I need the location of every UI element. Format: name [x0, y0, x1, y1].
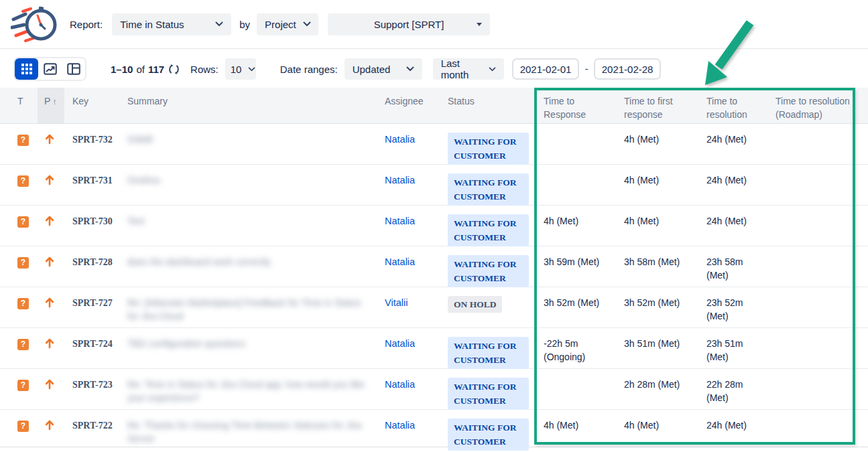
- board-view-button[interactable]: [62, 58, 85, 80]
- priority-up-icon: [44, 215, 59, 226]
- column-header-time-to-response[interactable]: Time to Response: [534, 88, 615, 123]
- time-to-resolution-cell: 24h (Met): [697, 124, 766, 164]
- issue-summary-blurred[interactable]: Re: [Atlassian Marketplace] Feedback for…: [127, 296, 371, 323]
- issue-type-question-icon[interactable]: ?: [17, 216, 29, 228]
- table-row: ? SPRT-728 does the dashboard work corre…: [0, 246, 868, 287]
- column-header-type[interactable]: T: [0, 88, 38, 123]
- time-to-first-response-cell: 4h (Met): [615, 124, 697, 164]
- date-field-select[interactable]: Updated: [345, 58, 422, 80]
- issue-type-question-icon[interactable]: ?: [17, 175, 29, 187]
- issue-summary-blurred[interactable]: Re: Time in Status for Jira Cloud app: h…: [127, 378, 371, 404]
- issue-key-link[interactable]: SPRT-727: [72, 298, 113, 308]
- assignee-link[interactable]: Natalia: [385, 216, 415, 226]
- column-header-time-to-resolution-roadmap[interactable]: Time to resolution (Roadmap): [766, 88, 855, 123]
- column-header-assignee[interactable]: Assignee: [377, 88, 440, 123]
- time-to-resolution-cell: 23h 51m (Met): [697, 328, 766, 368]
- issue-key-link[interactable]: SPRT-728: [72, 257, 113, 267]
- period-select[interactable]: Last month: [433, 58, 504, 80]
- time-to-resolution-cell: 23h 58m (Met): [697, 246, 766, 287]
- status-badge: WAITING FOR CUSTOMER: [448, 214, 529, 246]
- time-to-first-response-cell: 3h 52m (Met): [615, 287, 697, 327]
- time-to-response-cell: [534, 369, 615, 409]
- time-to-resolution-roadmap-cell: [766, 369, 855, 409]
- table-row: ? SPRT-722 Re: Thanks for choosing Time …: [0, 410, 868, 447]
- project-select[interactable]: Support [SPRT]: [328, 13, 490, 35]
- time-to-resolution-cell: 24h (Met): [697, 165, 766, 205]
- time-to-response-cell: [534, 165, 615, 205]
- assignee-link[interactable]: Vitalii: [385, 297, 408, 308]
- time-to-response-cell: [534, 124, 615, 164]
- chart-view-button[interactable]: [38, 58, 62, 80]
- chevron-down-icon: [303, 21, 311, 27]
- issue-key-link[interactable]: SPRT-731: [72, 175, 113, 185]
- issue-key-link[interactable]: SPRT-732: [72, 135, 113, 145]
- column-header-time-to-first-response[interactable]: Time to first response: [615, 88, 697, 123]
- issue-type-question-icon[interactable]: ?: [17, 380, 29, 391]
- column-header-status[interactable]: Status: [440, 88, 534, 123]
- app-logo-stopwatch-icon: [11, 5, 59, 44]
- issue-type-question-icon[interactable]: ?: [17, 257, 29, 269]
- caret-down-icon: [477, 23, 482, 26]
- board-layout-icon: [67, 63, 80, 75]
- pagination-total: 117: [148, 64, 164, 75]
- issue-summary-blurred[interactable]: TBD configuration questions: [127, 337, 245, 350]
- column-header-summary[interactable]: Summary: [119, 88, 377, 123]
- priority-up-icon: [44, 133, 59, 145]
- issue-summary-blurred[interactable]: Test: [127, 214, 145, 228]
- time-to-resolution-cell: 23h 52m (Met): [697, 287, 766, 327]
- issue-summary-blurred[interactable]: Onelina: [127, 173, 160, 187]
- chevron-down-icon: [406, 66, 414, 72]
- table-row: ? SPRT-723 Re: Time in Status for Jira C…: [0, 369, 868, 410]
- priority-up-icon: [44, 378, 59, 390]
- pagination: 1–10 of 117: [111, 64, 164, 75]
- date-to-input[interactable]: 2021-02-28: [594, 58, 662, 80]
- issue-key-link[interactable]: SPRT-722: [72, 421, 113, 431]
- report-type-select[interactable]: Time in Status: [112, 13, 231, 35]
- time-to-resolution-roadmap-cell: [766, 410, 855, 447]
- date-field-value: Updated: [353, 64, 391, 75]
- time-to-resolution-cell: 22h 28m (Met): [697, 369, 766, 409]
- table-header-row: T P↑ Key Summary Assignee Status Time to…: [0, 88, 868, 124]
- project-value: Support [SPRT]: [374, 19, 444, 30]
- assignee-link[interactable]: Natalia: [385, 338, 415, 349]
- assignee-link[interactable]: Natalia: [385, 420, 415, 431]
- rows-per-page-value: 10: [231, 64, 242, 75]
- refresh-icon: [168, 64, 180, 75]
- issue-type-question-icon[interactable]: ?: [17, 135, 29, 146]
- issue-summary-blurred[interactable]: Re: Thanks for choosing Time Between Sta…: [127, 419, 371, 445]
- table-row: ? SPRT-731 Onelina Natalia WAITING FOR C…: [0, 165, 868, 206]
- scope-select[interactable]: Project: [257, 13, 318, 35]
- rows-per-page-select[interactable]: 10: [225, 58, 256, 80]
- assignee-link[interactable]: Natalia: [385, 256, 415, 267]
- issue-type-question-icon[interactable]: ?: [17, 298, 29, 309]
- assignee-link[interactable]: Natalia: [385, 134, 415, 145]
- priority-up-icon: [44, 419, 59, 431]
- status-badge: WAITING FOR CUSTOMER: [448, 378, 529, 410]
- grid-view-button[interactable]: [15, 58, 38, 80]
- date-from-input[interactable]: 2021-02-01: [512, 58, 580, 80]
- time-to-first-response-cell: 4h (Met): [615, 410, 697, 447]
- time-to-resolution-cell: 24h (Met): [697, 410, 766, 447]
- column-header-key[interactable]: Key: [64, 88, 119, 123]
- issue-key-link[interactable]: SPRT-724: [72, 339, 113, 349]
- issue-key-link[interactable]: SPRT-723: [72, 380, 113, 390]
- toolbar: 1–10 of 117 Rows: 10 Date ranges: Update…: [0, 57, 868, 81]
- time-to-resolution-cell: 24h (Met): [697, 206, 766, 246]
- time-to-response-cell: -22h 5m (Ongoing): [534, 328, 615, 368]
- refresh-button[interactable]: [168, 64, 180, 75]
- time-to-first-response-cell: 3h 51m (Met): [615, 328, 697, 368]
- status-badge: ON HOLD: [448, 296, 502, 313]
- column-header-time-to-resolution[interactable]: Time to resolution: [697, 88, 766, 123]
- issue-key-link[interactable]: SPRT-730: [72, 216, 113, 226]
- time-to-response-cell: 4h (Met): [534, 410, 615, 447]
- column-header-priority[interactable]: P↑: [38, 88, 64, 123]
- by-label: by: [239, 19, 250, 30]
- time-to-response-cell: 3h 59m (Met): [534, 246, 615, 287]
- issue-summary-blurred[interactable]: Dididli: [127, 133, 153, 146]
- assignee-link[interactable]: Natalia: [385, 175, 415, 185]
- issue-summary-blurred[interactable]: does the dashboard work correctly: [127, 255, 271, 269]
- issue-type-question-icon[interactable]: ?: [17, 339, 29, 350]
- issue-type-question-icon[interactable]: ?: [17, 421, 29, 432]
- chevron-down-icon: [215, 21, 223, 27]
- assignee-link[interactable]: Natalia: [385, 379, 415, 390]
